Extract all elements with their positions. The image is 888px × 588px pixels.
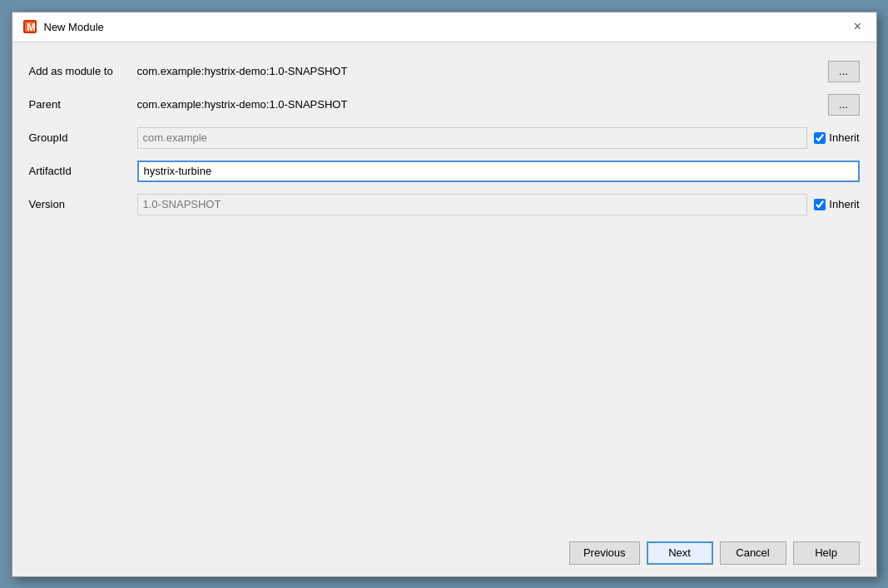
version-inherit-label[interactable]: Inherit: [814, 198, 859, 210]
help-button[interactable]: Help: [793, 541, 860, 565]
artifact-id-input[interactable]: [137, 161, 860, 182]
add-module-label: Add as module to: [29, 65, 137, 77]
new-module-dialog: M New Module × Add as module to com.exam…: [12, 12, 877, 577]
version-label: Version: [29, 198, 137, 210]
parent-row: Parent com.example:hystrix-demo:1.0-SNAP…: [29, 92, 860, 117]
module-icon: M: [22, 19, 37, 34]
add-module-row: Add as module to com.example:hystrix-dem…: [29, 59, 860, 84]
parent-label: Parent: [29, 98, 137, 111]
dialog-content: Add as module to com.example:hystrix-dem…: [12, 42, 876, 533]
group-id-inherit-label[interactable]: Inherit: [814, 131, 859, 144]
title-bar-left: M New Module: [22, 19, 104, 34]
version-row: Version Inherit: [29, 192, 860, 217]
group-id-inherit-checkbox[interactable]: [814, 132, 826, 144]
title-bar: M New Module ×: [12, 12, 876, 42]
group-id-input-wrapper: Inherit: [137, 127, 860, 149]
group-id-label: GroupId: [29, 131, 137, 144]
next-button[interactable]: Next: [647, 541, 713, 565]
add-module-browse-button[interactable]: ...: [828, 61, 860, 82]
spacer: [29, 225, 860, 525]
artifact-id-label: ArtifactId: [29, 165, 137, 177]
close-button[interactable]: ×: [850, 18, 866, 35]
version-input-wrapper: Inherit: [137, 194, 860, 215]
group-id-input[interactable]: [137, 127, 808, 149]
cancel-button[interactable]: Cancel: [720, 541, 786, 565]
group-id-row: GroupId Inherit: [29, 126, 860, 151]
svg-text:M: M: [27, 21, 36, 33]
dialog-footer: Previous Next Cancel Help: [12, 533, 876, 576]
parent-value: com.example:hystrix-demo:1.0-SNAPSHOT: [137, 98, 820, 111]
previous-button[interactable]: Previous: [569, 541, 640, 565]
version-inherit-checkbox[interactable]: [814, 199, 826, 210]
version-input[interactable]: [137, 194, 808, 215]
add-module-value: com.example:hystrix-demo:1.0-SNAPSHOT: [137, 65, 820, 77]
artifact-id-input-wrapper: [137, 161, 860, 182]
dialog-title: New Module: [44, 21, 104, 33]
artifact-id-row: ArtifactId: [29, 159, 860, 184]
parent-browse-button[interactable]: ...: [828, 94, 860, 116]
